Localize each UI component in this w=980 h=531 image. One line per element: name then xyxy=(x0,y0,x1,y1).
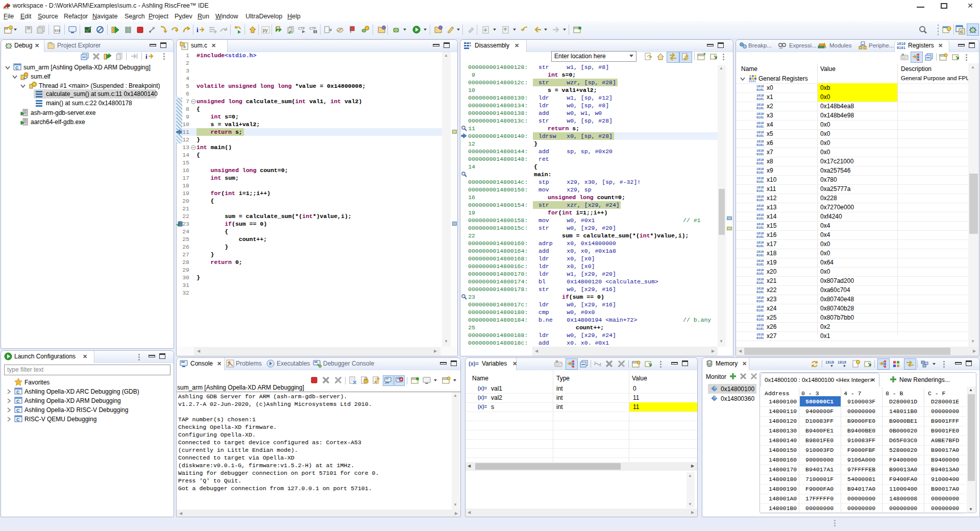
svg-text:0101: 0101 xyxy=(756,88,764,91)
svg-text:1010: 1010 xyxy=(756,176,764,180)
svg-text:0101: 0101 xyxy=(756,198,764,202)
svg-text:0101: 0101 xyxy=(756,106,764,110)
svg-text:1010: 1010 xyxy=(756,84,764,88)
svg-text:1010: 1010 xyxy=(756,259,764,262)
svg-text:0101: 0101 xyxy=(756,125,764,128)
svg-text:0101: 0101 xyxy=(756,207,764,211)
svg-text:0101: 0101 xyxy=(756,226,764,229)
svg-text:0101: 0101 xyxy=(756,281,764,284)
svg-text:1010: 1010 xyxy=(756,332,764,336)
svg-text:010: 010 xyxy=(55,29,60,32)
svg-text:0101: 0101 xyxy=(756,327,764,330)
svg-text:0101: 0101 xyxy=(756,180,764,183)
svg-text:0101: 0101 xyxy=(756,171,764,174)
svg-text:0101: 0101 xyxy=(756,290,764,294)
svg-text:1010: 1010 xyxy=(756,277,764,281)
svg-text:0101: 0101 xyxy=(756,143,764,147)
svg-text:py: py xyxy=(263,28,268,33)
svg-text:x=: x= xyxy=(779,46,783,49)
svg-text:CTF: CTF xyxy=(298,27,305,30)
svg-text:0101: 0101 xyxy=(756,244,764,248)
svg-text:1010: 1010 xyxy=(756,213,764,216)
svg-text:1010: 1010 xyxy=(756,204,764,207)
svg-text:1010: 1010 xyxy=(756,240,764,244)
svg-text:1010: 1010 xyxy=(756,167,764,171)
svg-text:0101: 0101 xyxy=(756,189,764,192)
svg-text:1010: 1010 xyxy=(897,42,905,46)
svg-text:0101: 0101 xyxy=(756,97,764,101)
svg-text:0101: 0101 xyxy=(756,308,764,312)
svg-text:0101: 0101 xyxy=(756,134,764,137)
svg-text:0101: 0101 xyxy=(756,161,764,165)
svg-text:i: i xyxy=(197,26,199,34)
svg-text:1010: 1010 xyxy=(756,296,764,299)
svg-text:1010: 1010 xyxy=(825,360,834,365)
svg-text:0101: 0101 xyxy=(756,152,764,156)
svg-text:1010: 1010 xyxy=(756,231,764,235)
svg-text:1010: 1010 xyxy=(756,93,764,97)
svg-text:1010: 1010 xyxy=(756,103,764,106)
svg-text:C: C xyxy=(15,65,19,70)
svg-text:1010: 1010 xyxy=(756,286,764,290)
svg-text:0101: 0101 xyxy=(756,216,764,220)
svg-text:0101: 0101 xyxy=(756,262,764,266)
svg-text:0101: 0101 xyxy=(756,235,764,238)
svg-text:1010: 1010 xyxy=(756,195,764,198)
svg-text:0101: 0101 xyxy=(756,253,764,257)
svg-text:1010: 1010 xyxy=(756,222,764,226)
svg-text:1010: 1010 xyxy=(756,185,764,189)
svg-text:0101: 0101 xyxy=(756,318,764,321)
svg-text:0101: 0101 xyxy=(756,272,764,275)
svg-text:CTF: CTF xyxy=(309,27,316,30)
svg-text:1010: 1010 xyxy=(756,323,764,327)
svg-text:1010: 1010 xyxy=(756,314,764,318)
svg-text:C: C xyxy=(16,417,20,422)
svg-text:C: C xyxy=(960,30,963,34)
svg-text:1010: 1010 xyxy=(756,250,764,253)
svg-text:0101: 0101 xyxy=(897,46,905,50)
svg-text:1010: 1010 xyxy=(838,360,846,365)
svg-text:C: C xyxy=(16,399,20,404)
svg-text:1010: 1010 xyxy=(756,139,764,143)
svg-text:1010: 1010 xyxy=(756,149,764,152)
svg-text:1010: 1010 xyxy=(756,305,764,308)
svg-text:0101: 0101 xyxy=(756,336,764,340)
svg-text:C: C xyxy=(16,390,20,395)
svg-text:1010: 1010 xyxy=(756,130,764,134)
svg-text:i: i xyxy=(145,53,148,60)
svg-text:1010: 1010 xyxy=(756,158,764,161)
svg-text:1010: 1010 xyxy=(756,112,764,115)
svg-text:0101: 0101 xyxy=(756,299,764,303)
svg-text:0101: 0101 xyxy=(756,115,764,119)
svg-text:1010: 1010 xyxy=(756,268,764,272)
svg-text:0101: 0101 xyxy=(749,79,756,83)
svg-text:C: C xyxy=(16,408,20,413)
svg-text:1010: 1010 xyxy=(756,121,764,125)
